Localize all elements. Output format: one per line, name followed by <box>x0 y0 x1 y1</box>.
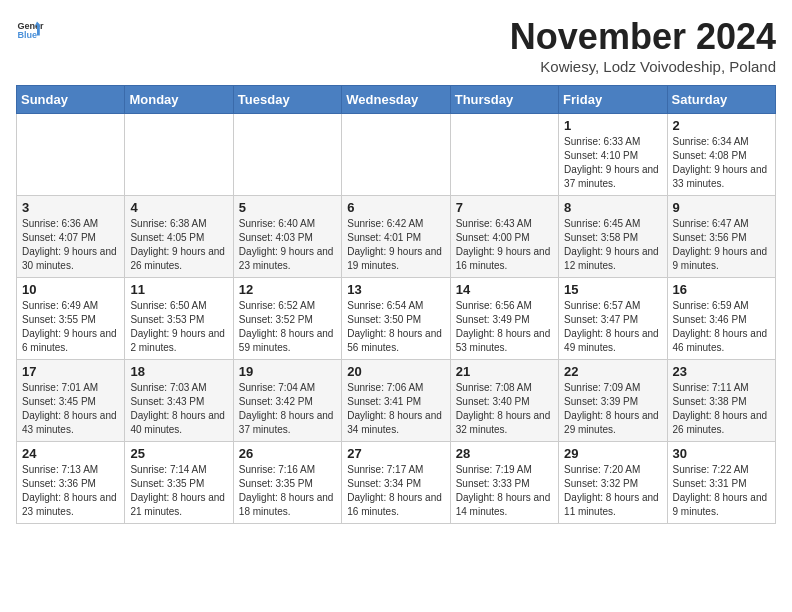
logo: General Blue <box>16 16 44 44</box>
day-number: 16 <box>673 282 770 297</box>
calendar-cell: 6Sunrise: 6:42 AM Sunset: 4:01 PM Daylig… <box>342 196 450 278</box>
calendar-cell: 1Sunrise: 6:33 AM Sunset: 4:10 PM Daylig… <box>559 114 667 196</box>
day-number: 22 <box>564 364 661 379</box>
cell-content: Sunrise: 6:57 AM Sunset: 3:47 PM Dayligh… <box>564 299 661 355</box>
day-header-sunday: Sunday <box>17 86 125 114</box>
cell-content: Sunrise: 6:56 AM Sunset: 3:49 PM Dayligh… <box>456 299 553 355</box>
cell-content: Sunrise: 7:19 AM Sunset: 3:33 PM Dayligh… <box>456 463 553 519</box>
cell-content: Sunrise: 7:13 AM Sunset: 3:36 PM Dayligh… <box>22 463 119 519</box>
cell-content: Sunrise: 6:38 AM Sunset: 4:05 PM Dayligh… <box>130 217 227 273</box>
cell-content: Sunrise: 6:45 AM Sunset: 3:58 PM Dayligh… <box>564 217 661 273</box>
calendar-cell: 7Sunrise: 6:43 AM Sunset: 4:00 PM Daylig… <box>450 196 558 278</box>
month-title: November 2024 <box>510 16 776 58</box>
cell-content: Sunrise: 6:50 AM Sunset: 3:53 PM Dayligh… <box>130 299 227 355</box>
day-header-monday: Monday <box>125 86 233 114</box>
logo-icon: General Blue <box>16 16 44 44</box>
calendar-cell: 27Sunrise: 7:17 AM Sunset: 3:34 PM Dayli… <box>342 442 450 524</box>
calendar-cell: 28Sunrise: 7:19 AM Sunset: 3:33 PM Dayli… <box>450 442 558 524</box>
day-number: 13 <box>347 282 444 297</box>
calendar-cell <box>342 114 450 196</box>
day-number: 20 <box>347 364 444 379</box>
cell-content: Sunrise: 7:14 AM Sunset: 3:35 PM Dayligh… <box>130 463 227 519</box>
day-number: 18 <box>130 364 227 379</box>
day-number: 27 <box>347 446 444 461</box>
cell-content: Sunrise: 7:06 AM Sunset: 3:41 PM Dayligh… <box>347 381 444 437</box>
day-number: 23 <box>673 364 770 379</box>
calendar-header-row: SundayMondayTuesdayWednesdayThursdayFrid… <box>17 86 776 114</box>
day-number: 24 <box>22 446 119 461</box>
calendar-cell: 24Sunrise: 7:13 AM Sunset: 3:36 PM Dayli… <box>17 442 125 524</box>
calendar-cell: 14Sunrise: 6:56 AM Sunset: 3:49 PM Dayli… <box>450 278 558 360</box>
page-header: General Blue November 2024 Kowiesy, Lodz… <box>16 16 776 75</box>
calendar-cell: 25Sunrise: 7:14 AM Sunset: 3:35 PM Dayli… <box>125 442 233 524</box>
calendar-week-1: 1Sunrise: 6:33 AM Sunset: 4:10 PM Daylig… <box>17 114 776 196</box>
calendar-cell: 8Sunrise: 6:45 AM Sunset: 3:58 PM Daylig… <box>559 196 667 278</box>
day-header-saturday: Saturday <box>667 86 775 114</box>
day-number: 4 <box>130 200 227 215</box>
calendar-cell: 3Sunrise: 6:36 AM Sunset: 4:07 PM Daylig… <box>17 196 125 278</box>
day-number: 15 <box>564 282 661 297</box>
calendar-week-5: 24Sunrise: 7:13 AM Sunset: 3:36 PM Dayli… <box>17 442 776 524</box>
calendar-cell: 11Sunrise: 6:50 AM Sunset: 3:53 PM Dayli… <box>125 278 233 360</box>
cell-content: Sunrise: 7:17 AM Sunset: 3:34 PM Dayligh… <box>347 463 444 519</box>
calendar-cell: 12Sunrise: 6:52 AM Sunset: 3:52 PM Dayli… <box>233 278 341 360</box>
cell-content: Sunrise: 6:34 AM Sunset: 4:08 PM Dayligh… <box>673 135 770 191</box>
day-header-friday: Friday <box>559 86 667 114</box>
title-block: November 2024 Kowiesy, Lodz Voivodeship,… <box>510 16 776 75</box>
cell-content: Sunrise: 6:36 AM Sunset: 4:07 PM Dayligh… <box>22 217 119 273</box>
cell-content: Sunrise: 7:01 AM Sunset: 3:45 PM Dayligh… <box>22 381 119 437</box>
cell-content: Sunrise: 7:22 AM Sunset: 3:31 PM Dayligh… <box>673 463 770 519</box>
day-number: 2 <box>673 118 770 133</box>
calendar-cell: 16Sunrise: 6:59 AM Sunset: 3:46 PM Dayli… <box>667 278 775 360</box>
day-number: 9 <box>673 200 770 215</box>
cell-content: Sunrise: 6:49 AM Sunset: 3:55 PM Dayligh… <box>22 299 119 355</box>
calendar-body: 1Sunrise: 6:33 AM Sunset: 4:10 PM Daylig… <box>17 114 776 524</box>
cell-content: Sunrise: 7:16 AM Sunset: 3:35 PM Dayligh… <box>239 463 336 519</box>
location: Kowiesy, Lodz Voivodeship, Poland <box>510 58 776 75</box>
calendar-cell: 13Sunrise: 6:54 AM Sunset: 3:50 PM Dayli… <box>342 278 450 360</box>
calendar-cell: 4Sunrise: 6:38 AM Sunset: 4:05 PM Daylig… <box>125 196 233 278</box>
cell-content: Sunrise: 6:59 AM Sunset: 3:46 PM Dayligh… <box>673 299 770 355</box>
day-number: 11 <box>130 282 227 297</box>
calendar-cell <box>233 114 341 196</box>
calendar-cell: 20Sunrise: 7:06 AM Sunset: 3:41 PM Dayli… <box>342 360 450 442</box>
calendar-cell: 26Sunrise: 7:16 AM Sunset: 3:35 PM Dayli… <box>233 442 341 524</box>
calendar-week-2: 3Sunrise: 6:36 AM Sunset: 4:07 PM Daylig… <box>17 196 776 278</box>
day-number: 19 <box>239 364 336 379</box>
cell-content: Sunrise: 7:09 AM Sunset: 3:39 PM Dayligh… <box>564 381 661 437</box>
calendar-cell: 21Sunrise: 7:08 AM Sunset: 3:40 PM Dayli… <box>450 360 558 442</box>
day-number: 10 <box>22 282 119 297</box>
day-header-thursday: Thursday <box>450 86 558 114</box>
calendar-week-3: 10Sunrise: 6:49 AM Sunset: 3:55 PM Dayli… <box>17 278 776 360</box>
cell-content: Sunrise: 6:54 AM Sunset: 3:50 PM Dayligh… <box>347 299 444 355</box>
cell-content: Sunrise: 7:11 AM Sunset: 3:38 PM Dayligh… <box>673 381 770 437</box>
calendar-cell <box>450 114 558 196</box>
day-number: 8 <box>564 200 661 215</box>
calendar-table: SundayMondayTuesdayWednesdayThursdayFrid… <box>16 85 776 524</box>
day-number: 26 <box>239 446 336 461</box>
calendar-cell: 17Sunrise: 7:01 AM Sunset: 3:45 PM Dayli… <box>17 360 125 442</box>
calendar-cell: 29Sunrise: 7:20 AM Sunset: 3:32 PM Dayli… <box>559 442 667 524</box>
day-number: 14 <box>456 282 553 297</box>
day-header-wednesday: Wednesday <box>342 86 450 114</box>
calendar-cell <box>125 114 233 196</box>
day-number: 30 <box>673 446 770 461</box>
cell-content: Sunrise: 6:52 AM Sunset: 3:52 PM Dayligh… <box>239 299 336 355</box>
cell-content: Sunrise: 7:03 AM Sunset: 3:43 PM Dayligh… <box>130 381 227 437</box>
calendar-week-4: 17Sunrise: 7:01 AM Sunset: 3:45 PM Dayli… <box>17 360 776 442</box>
cell-content: Sunrise: 6:40 AM Sunset: 4:03 PM Dayligh… <box>239 217 336 273</box>
day-number: 3 <box>22 200 119 215</box>
day-number: 1 <box>564 118 661 133</box>
calendar-cell: 5Sunrise: 6:40 AM Sunset: 4:03 PM Daylig… <box>233 196 341 278</box>
calendar-cell: 19Sunrise: 7:04 AM Sunset: 3:42 PM Dayli… <box>233 360 341 442</box>
calendar-cell: 30Sunrise: 7:22 AM Sunset: 3:31 PM Dayli… <box>667 442 775 524</box>
calendar-cell: 10Sunrise: 6:49 AM Sunset: 3:55 PM Dayli… <box>17 278 125 360</box>
calendar-cell: 9Sunrise: 6:47 AM Sunset: 3:56 PM Daylig… <box>667 196 775 278</box>
cell-content: Sunrise: 6:47 AM Sunset: 3:56 PM Dayligh… <box>673 217 770 273</box>
day-number: 28 <box>456 446 553 461</box>
day-number: 25 <box>130 446 227 461</box>
cell-content: Sunrise: 7:08 AM Sunset: 3:40 PM Dayligh… <box>456 381 553 437</box>
cell-content: Sunrise: 6:43 AM Sunset: 4:00 PM Dayligh… <box>456 217 553 273</box>
day-number: 21 <box>456 364 553 379</box>
calendar-cell: 23Sunrise: 7:11 AM Sunset: 3:38 PM Dayli… <box>667 360 775 442</box>
